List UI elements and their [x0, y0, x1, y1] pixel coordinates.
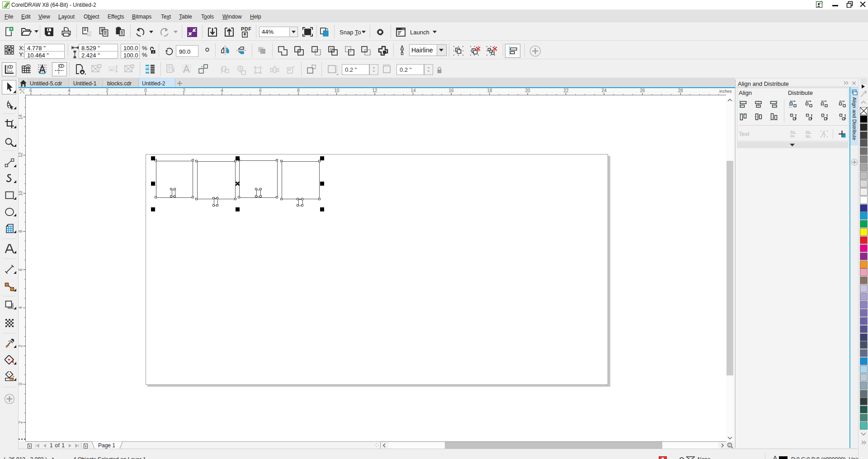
svg-text:2: 2: [19, 421, 23, 424]
svg-text:4: 4: [68, 88, 71, 93]
svg-text:2: 2: [19, 345, 23, 347]
svg-text:6: 6: [19, 268, 23, 271]
svg-text:14: 14: [19, 114, 23, 120]
svg-text:0: 0: [19, 383, 23, 385]
svg-text:28: 28: [678, 88, 683, 93]
svg-text:4: 4: [221, 88, 223, 93]
svg-text:2: 2: [106, 88, 108, 93]
svg-text:22: 22: [563, 88, 569, 93]
svg-text:0: 0: [144, 88, 147, 93]
svg-text:2: 2: [183, 88, 185, 93]
svg-text:16: 16: [448, 88, 454, 93]
svg-text:10: 10: [334, 88, 340, 93]
svg-text:A: A: [821, 131, 826, 137]
svg-text:6: 6: [29, 88, 32, 93]
svg-text:14: 14: [410, 88, 416, 93]
svg-text:20: 20: [525, 88, 530, 93]
svg-text:Bb: Bb: [790, 134, 795, 138]
svg-text:24: 24: [601, 88, 607, 93]
svg-text:Aa: Aa: [806, 130, 810, 134]
svg-text:26: 26: [640, 88, 645, 93]
svg-text:10: 10: [19, 191, 23, 196]
svg-text:18: 18: [487, 88, 492, 93]
svg-text:Bb: Bb: [806, 134, 810, 138]
svg-text:Aa: Aa: [790, 130, 795, 134]
svg-text:12: 12: [372, 88, 377, 93]
svg-text:4: 4: [19, 306, 23, 309]
svg-text:ab: ab: [110, 68, 113, 71]
svg-text:8: 8: [19, 230, 23, 233]
svg-text:6: 6: [259, 88, 262, 93]
svg-text:8: 8: [297, 88, 300, 93]
svg-text:12: 12: [19, 152, 23, 158]
